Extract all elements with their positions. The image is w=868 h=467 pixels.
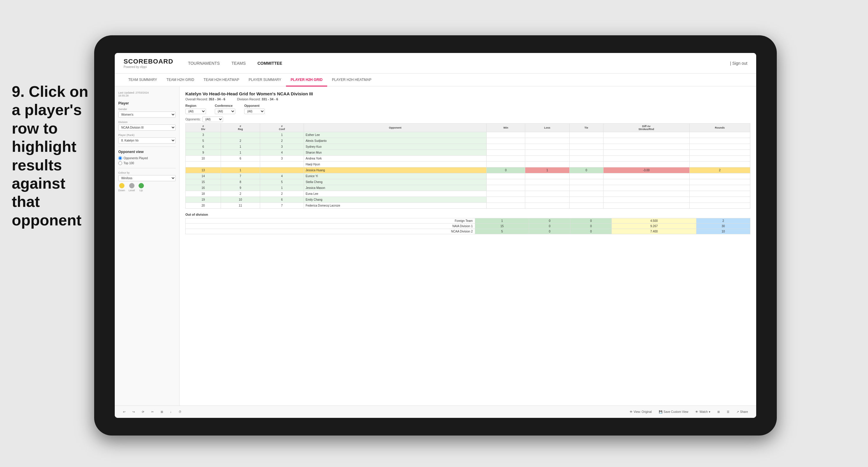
table-row[interactable]: 5 2 2 Alexis Sudjianto xyxy=(186,138,750,144)
cell-loss xyxy=(525,185,569,191)
main-table: #Div #Reg #Conf Opponent Win Loss Tie Di… xyxy=(185,123,750,209)
radio-opponents-played[interactable]: Opponents Played xyxy=(118,156,176,160)
grid-view-btn[interactable]: ⊞ xyxy=(715,409,722,414)
subnav-player-summary[interactable]: PLAYER SUMMARY xyxy=(244,73,286,87)
cell-out-label: Foreign Team xyxy=(186,218,475,224)
division-record: Division Record: 331 - 34 - 6 xyxy=(237,97,278,101)
nav-committee[interactable]: COMMITTEE xyxy=(257,59,282,67)
table-row[interactable]: 18 2 2 Euna Lee xyxy=(186,191,750,197)
table-row[interactable]: 10 6 3 Andrea York xyxy=(186,156,750,161)
table-row[interactable]: 9 1 4 Sharon Mun xyxy=(186,150,750,156)
filters-row: Region (All) Conference (All) Opponent (… xyxy=(185,104,750,114)
cell-rounds xyxy=(689,173,750,179)
cell-out-win: 1 xyxy=(475,218,529,224)
eye-icon: 👁 xyxy=(630,410,632,413)
cell-rounds xyxy=(689,144,750,150)
records: Overall Record: 353 - 34 - 6 Division Re… xyxy=(185,97,750,101)
cell-out-loss: 0 xyxy=(529,224,570,229)
table-row[interactable]: 3 1 Esther Lee xyxy=(186,132,750,138)
logo-text: SCOREBOARD xyxy=(124,58,173,65)
cell-conf: 7 xyxy=(260,203,304,209)
cell-rounds xyxy=(689,185,750,191)
radio-top100[interactable]: Top 100 xyxy=(118,161,176,165)
cell-div: 15 xyxy=(186,179,221,185)
table-row[interactable]: 16 9 1 Jessica Mason xyxy=(186,185,750,191)
cell-reg: 6 xyxy=(221,156,260,161)
cell-tie xyxy=(569,179,603,185)
table-row[interactable]: 20 11 7 Federica Domecq Lacroze xyxy=(186,203,750,209)
cell-reg xyxy=(221,161,260,167)
cell-conf: 5 xyxy=(260,179,304,185)
cell-out-diff: 9.267 xyxy=(612,224,696,229)
table-row[interactable]: 15 8 5 Stella Cheng xyxy=(186,179,750,185)
out-table: Foreign Team 1 0 0 4.500 2 NAIA Division… xyxy=(185,218,750,234)
sign-out[interactable]: | Sign out xyxy=(730,61,747,66)
cut-btn[interactable]: ✂ xyxy=(149,409,156,414)
cell-out-tie: 0 xyxy=(570,229,612,234)
cell-opponent: Eunice Yi xyxy=(304,173,486,179)
table-row[interactable]: Haeji Hyun xyxy=(186,161,750,167)
gender-select[interactable]: Women's xyxy=(118,112,176,118)
watch-btn[interactable]: 👁 Watch ▾ xyxy=(693,409,713,414)
main-content: Last Updated: 27/03/2024 16:55:28 Player… xyxy=(115,87,756,405)
cell-loss xyxy=(525,138,569,144)
cell-div: 13 xyxy=(186,167,221,173)
subnav-team-h2h-heatmap[interactable]: TEAM H2H HEATMAP xyxy=(199,73,244,87)
subnav-team-summary[interactable]: TEAM SUMMARY xyxy=(124,73,162,87)
table-row[interactable]: 14 7 4 Eunice Yi xyxy=(186,173,750,179)
conference-select[interactable]: (All) xyxy=(215,108,236,114)
copy-btn[interactable]: ⊞ xyxy=(158,409,165,414)
sidebar: Last Updated: 27/03/2024 16:55:28 Player… xyxy=(115,87,180,405)
cell-tie xyxy=(569,161,603,167)
undo-btn[interactable]: ↩ xyxy=(121,409,128,414)
colour-up-dot xyxy=(138,183,144,188)
share-btn[interactable]: ↗ Share xyxy=(734,409,750,414)
division-label: Division xyxy=(118,121,176,124)
cell-diff xyxy=(603,173,689,179)
division-select[interactable]: NCAA Division III xyxy=(118,124,176,131)
save-custom-view-btn[interactable]: 💾 Save Custom View xyxy=(656,409,690,414)
gender-label: Gender xyxy=(118,108,176,111)
subnav-team-h2h-grid[interactable]: TEAM H2H GRID xyxy=(162,73,199,87)
cell-div: 6 xyxy=(186,144,221,150)
clock-btn[interactable]: ⏱ xyxy=(176,409,184,414)
subnav-player-h2h-heatmap[interactable]: PLAYER H2H HEATMAP xyxy=(327,73,376,87)
cell-loss xyxy=(525,150,569,156)
out-table-row[interactable]: Foreign Team 1 0 0 4.500 2 xyxy=(186,218,750,224)
cell-win xyxy=(487,179,525,185)
opponents-value-select[interactable]: (All) xyxy=(203,117,223,122)
forward-btn[interactable]: ⟳ xyxy=(140,409,147,414)
table-row[interactable]: 6 1 3 Sydney Kuo xyxy=(186,144,750,150)
subnav-player-h2h-grid[interactable]: PLAYER H2H GRID xyxy=(286,73,327,87)
cell-reg: 10 xyxy=(221,197,260,203)
player-rank-select[interactable]: 8. Katelyn Vo xyxy=(118,137,176,144)
table-row[interactable]: 19 10 6 Emily Chang xyxy=(186,197,750,203)
cell-out-label: NCAA Division 2 xyxy=(186,229,475,234)
cell-out-tie: 0 xyxy=(570,218,612,224)
col-div: #Div xyxy=(186,124,221,132)
cell-win xyxy=(487,197,525,203)
nav-tournaments[interactable]: TOURNAMENTS xyxy=(188,59,220,67)
cell-tie xyxy=(569,156,603,161)
overall-record: Overall Record: 353 - 34 - 6 xyxy=(185,97,225,101)
region-select[interactable]: (All) xyxy=(185,108,206,114)
view-original-btn[interactable]: 👁 View: Original xyxy=(627,409,654,414)
table-row[interactable]: 13 1 Jessica Huang 0 1 0 -3.00 2 xyxy=(186,167,750,173)
gender-field: Gender Women's xyxy=(118,108,176,118)
cell-win xyxy=(487,150,525,156)
nav-teams[interactable]: TEAMS xyxy=(231,59,246,67)
col-tie: Tie xyxy=(569,124,603,132)
cell-tie xyxy=(569,150,603,156)
nav-links: TOURNAMENTS TEAMS COMMITTEE xyxy=(188,59,715,67)
cell-conf: 3 xyxy=(260,156,304,161)
list-view-btn[interactable]: ☰ xyxy=(724,409,732,414)
cell-tie xyxy=(569,185,603,191)
paste-btn[interactable]: ↓ xyxy=(168,409,174,414)
redo-btn[interactable]: ↪ xyxy=(130,409,137,414)
opponent-select[interactable]: (All) xyxy=(244,108,265,114)
out-table-row[interactable]: NCAA Division 2 5 0 0 7.400 10 xyxy=(186,229,750,234)
out-table-row[interactable]: NAIA Division 1 15 0 0 9.267 30 xyxy=(186,224,750,229)
cell-div: 10 xyxy=(186,156,221,161)
colour-by-select[interactable]: Win/loss xyxy=(118,175,176,181)
cell-rounds xyxy=(689,161,750,167)
